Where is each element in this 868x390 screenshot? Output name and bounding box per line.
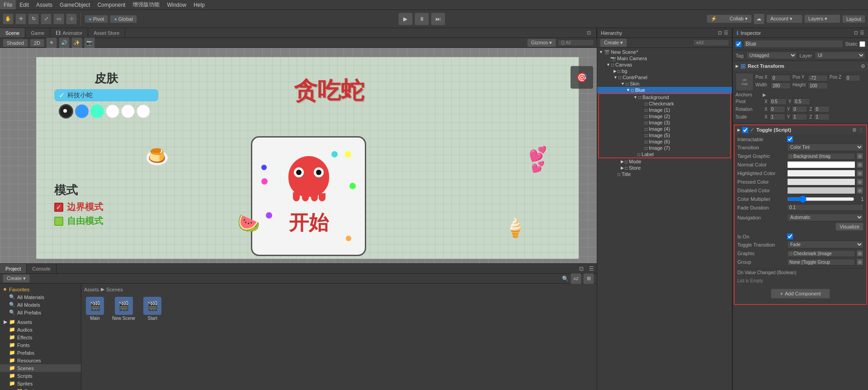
2d-btn[interactable]: 2D: [30, 39, 44, 47]
light-btn[interactable]: ☀: [46, 38, 57, 48]
graphic-value[interactable]: □ Checkmark (Image: [787, 250, 855, 257]
posz-input[interactable]: [845, 75, 860, 81]
skin-circle-3[interactable]: [106, 105, 119, 118]
pause-button[interactable]: ⏸: [415, 13, 429, 25]
skin-circle-1[interactable]: [75, 105, 89, 118]
static-checkbox[interactable]: [859, 41, 865, 47]
inspector-menu[interactable]: ☰: [860, 30, 864, 36]
rotate-tool[interactable]: ↻: [28, 14, 39, 24]
hierarchy-item-blue[interactable]: ▼ □ Blue: [597, 87, 732, 93]
mode-check-2[interactable]: [54, 217, 63, 226]
posx-input[interactable]: [771, 75, 791, 81]
disabled-color-swatch[interactable]: [787, 187, 855, 194]
all-models-item[interactable]: 🔍 All Models: [0, 301, 81, 309]
tab-project[interactable]: Project: [0, 264, 27, 273]
audios-folder[interactable]: 📁 Audios: [0, 326, 81, 333]
roty-input[interactable]: [792, 106, 807, 113]
layers-dropdown[interactable]: Layers ▾: [804, 14, 840, 23]
fonts-folder[interactable]: 📁 Fonts: [0, 341, 81, 349]
account-dropdown[interactable]: Account ▾: [766, 14, 802, 23]
hierarchy-item-maincamera[interactable]: ▶ 📷 Main Camera: [597, 55, 732, 62]
scene-start[interactable]: 🎬 Start: [142, 295, 163, 323]
width-input[interactable]: [771, 82, 791, 89]
mode-item-1[interactable]: ✓ 边界模式: [54, 201, 103, 213]
mode-check-1[interactable]: ✓: [54, 203, 63, 212]
gizmos-btn[interactable]: Gizmos ▾: [527, 38, 556, 47]
skin-circle-5[interactable]: [137, 105, 150, 118]
mode-item-2[interactable]: 自由模式: [54, 215, 103, 227]
hierarchy-item-image2[interactable]: ▶ □ Image (2): [599, 113, 730, 119]
prefabs-folder[interactable]: 📁 Prefabs: [0, 349, 81, 357]
resources-folder[interactable]: 📁 Resources: [0, 357, 81, 364]
project-sort-az[interactable]: AZ: [571, 273, 581, 284]
graphic-pick[interactable]: ◎: [856, 250, 863, 257]
layout-btn[interactable]: Layout: [842, 15, 865, 23]
anchors-expand[interactable]: ▶: [763, 92, 766, 97]
shaded-dropdown[interactable]: Shaded: [3, 39, 28, 47]
project-grid-view[interactable]: ⊞: [583, 273, 594, 284]
menu-gameobject[interactable]: GameObject: [56, 0, 94, 10]
project-minimize[interactable]: ⊡: [576, 266, 586, 272]
hierarchy-item-mode[interactable]: ▶ □ Mode: [597, 158, 732, 165]
all-prefabs-item[interactable]: 🔍 All Prefabs: [0, 309, 81, 316]
sprites-folder[interactable]: 📁 Sprites: [0, 380, 81, 387]
scaley-input[interactable]: [792, 114, 807, 120]
all-materials-item[interactable]: 🔍 All Materials: [0, 293, 81, 301]
menu-file[interactable]: File: [0, 0, 16, 10]
pressed-color-pick[interactable]: ◎: [856, 178, 863, 185]
hierarchy-item-newscene[interactable]: ▼ 🎬 New Scene*: [597, 49, 732, 55]
scalex-input[interactable]: [769, 114, 785, 120]
pivotx-input[interactable]: [769, 98, 787, 105]
height-input[interactable]: [808, 82, 828, 89]
normal-color-swatch[interactable]: [787, 161, 855, 168]
scene-cam-btn[interactable]: 📷: [84, 38, 95, 48]
menu-edit[interactable]: Edit: [16, 0, 33, 10]
cloud-btn[interactable]: ☁: [754, 14, 764, 24]
menu-window[interactable]: Window: [163, 0, 190, 10]
hierarchy-item-image5[interactable]: ▶ □ Image (5): [599, 132, 730, 138]
step-button[interactable]: ⏭: [431, 13, 445, 25]
project-menu[interactable]: ☰: [586, 266, 597, 272]
scene-main[interactable]: 🎬 Main: [84, 295, 106, 323]
breadcrumb-scenes[interactable]: Scenes: [106, 287, 123, 292]
interactable-checkbox[interactable]: [787, 136, 793, 142]
hierarchy-item-image7[interactable]: ▶ □ Image (7): [599, 145, 730, 151]
effects-folder[interactable]: 📁 Effects: [0, 333, 81, 341]
target-graphic-pick[interactable]: ◎: [856, 152, 863, 160]
hierarchy-item-contrpanel[interactable]: ▼ □ ContrPanel: [597, 74, 732, 81]
toggle-transition-dropdown[interactable]: Fade: [787, 241, 863, 248]
skin-circle-2[interactable]: [90, 105, 104, 118]
color-multiplier-slider[interactable]: [787, 195, 854, 203]
menu-component[interactable]: Component: [94, 0, 129, 10]
tab-game[interactable]: Game: [25, 28, 50, 38]
scene-maximize[interactable]: ⊡: [581, 28, 597, 38]
toggle-settings-icon[interactable]: ⚙: [852, 127, 857, 133]
hierarchy-create-btn[interactable]: Create ▾: [600, 38, 627, 47]
highlighted-color-pick[interactable]: ◎: [856, 170, 863, 177]
rect-transform-header[interactable]: ▶ ⊞ Rect Transform ⚙: [733, 61, 868, 71]
toggle-menu-icon[interactable]: ⋮: [859, 127, 863, 133]
posy-input[interactable]: [808, 75, 828, 81]
add-component-btn[interactable]: + Add Component: [771, 289, 830, 299]
group-value[interactable]: None (Toggle Group: [787, 259, 855, 266]
rect-tool[interactable]: ▭: [53, 14, 64, 24]
scalez-input[interactable]: [814, 114, 830, 120]
hierarchy-item-background[interactable]: ▼ □ Background: [599, 94, 730, 100]
inspector-minimize[interactable]: ⊡: [854, 30, 858, 36]
rotz-input[interactable]: [814, 106, 830, 113]
disabled-color-pick[interactable]: ◎: [856, 187, 863, 194]
transform-tool[interactable]: ⊹: [66, 14, 77, 24]
play-button[interactable]: ▶: [398, 13, 413, 25]
toggle-enabled-checkbox[interactable]: [742, 127, 748, 133]
tab-console[interactable]: Console: [27, 264, 56, 273]
anchor-widget[interactable]: ctr mid: [736, 73, 754, 91]
hierarchy-item-label[interactable]: ▶ □ Label: [599, 151, 730, 157]
transition-dropdown[interactable]: Color Tint: [787, 143, 863, 151]
pivoty-input[interactable]: [793, 98, 810, 105]
menu-assets[interactable]: Assets: [33, 0, 56, 10]
play-box[interactable]: 开始: [251, 136, 366, 256]
rotx-input[interactable]: [769, 106, 785, 113]
skin-circle-4[interactable]: [121, 105, 135, 118]
tab-asset-store[interactable]: Asset Store: [88, 28, 125, 38]
hierarchy-item-title[interactable]: ▶ □ Title: [597, 171, 732, 177]
